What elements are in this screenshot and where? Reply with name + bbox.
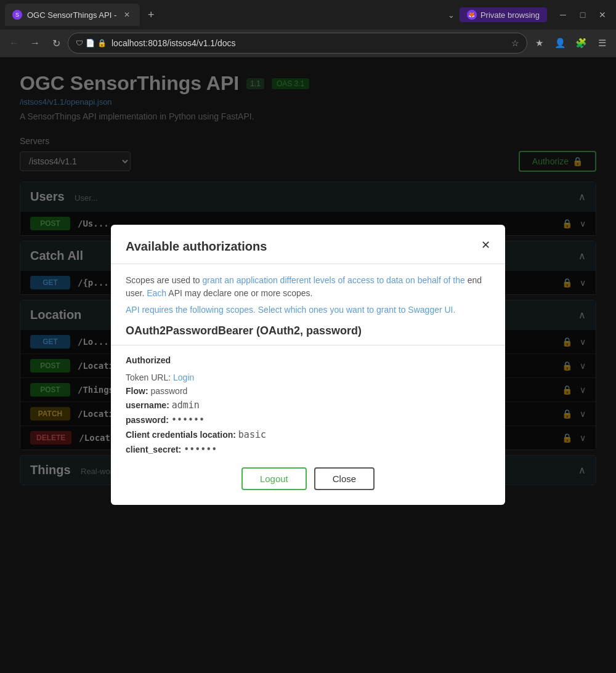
minimize-button[interactable]: ─ (554, 6, 572, 23)
address-text: localhost:8018/istsos4/v1.1/docs (111, 38, 506, 48)
authorizations-modal: Available authorizations ✕ Scopes are us… (111, 225, 505, 505)
modal-buttons: Logout Close (126, 467, 490, 490)
profile-button[interactable]: 👤 (551, 34, 569, 52)
password-row: password: •••••• (126, 414, 490, 425)
flow-row: Flow: password (126, 386, 490, 396)
flow-value: password (150, 386, 187, 396)
shield-icon: 🛡 (76, 39, 83, 47)
password-label: password: (126, 415, 169, 425)
nav-bar: ← → ↻ 🛡 📄 🔒 localhost:8018/istsos4/v1.1/… (0, 30, 616, 57)
lock-icon: 🔒 (97, 39, 107, 47)
modal-scope-info: Scopes are used to grant an application … (126, 274, 490, 300)
modal-close-button[interactable]: ✕ (481, 240, 490, 251)
flow-label: Flow: (126, 386, 150, 396)
tab-favicon: S (12, 10, 22, 20)
tab-close-button[interactable]: ✕ (121, 9, 132, 20)
close-button[interactable]: Close (314, 467, 375, 490)
reload-button[interactable]: ↻ (47, 34, 65, 52)
modal-divider (111, 264, 505, 264)
client-creds-value: basic (238, 429, 266, 440)
address-security-icons: 🛡 📄 🔒 (76, 39, 107, 47)
client-creds-row: Client credentials location: basic (126, 429, 490, 440)
client-secret-row: client_secret: •••••• (126, 444, 490, 455)
password-value: •••••• (171, 414, 205, 425)
menu-button[interactable]: ☰ (593, 34, 611, 52)
close-window-button[interactable]: ✕ (594, 6, 611, 23)
oauth-divider (111, 345, 505, 345)
modal-header: Available authorizations ✕ (126, 240, 490, 254)
grant-link[interactable]: grant an application different levels of… (203, 275, 465, 285)
authorized-label: Authorized (126, 355, 490, 365)
client-creds-label: Client credentials location: (126, 430, 236, 440)
tab-overflow-button[interactable]: ⌄ (443, 8, 460, 22)
maximize-button[interactable]: □ (574, 6, 591, 23)
token-url-row: Token URL: Login (126, 373, 490, 382)
modal-scope-note: API requires the following scopes. Selec… (126, 305, 490, 315)
modal-title: Available authorizations (126, 240, 267, 254)
new-tab-button[interactable]: + (142, 6, 160, 23)
nav-toolbar-icons: ★ 👤 🧩 ☰ (530, 34, 611, 52)
browser-chrome: S OGC SensorThings API - ✕ + ⌄ 🦊 Private… (0, 0, 616, 57)
logout-button[interactable]: Logout (241, 467, 307, 490)
tab-title: OGC SensorThings API - (27, 10, 116, 20)
back-button[interactable]: ← (5, 34, 23, 52)
modal-overlay: Available authorizations ✕ Scopes are us… (0, 57, 616, 673)
address-bar[interactable]: 🛡 📄 🔒 localhost:8018/istsos4/v1.1/docs ☆ (68, 33, 527, 54)
browser-tab[interactable]: S OGC SensorThings API - ✕ (5, 4, 140, 26)
private-browsing-label: Private browsing (480, 10, 540, 20)
pocket-button[interactable]: ★ (530, 34, 548, 52)
each-link[interactable]: Each (147, 288, 166, 298)
token-url-label: Token URL: (126, 373, 171, 382)
token-url-value[interactable]: Login (173, 373, 194, 382)
private-browsing-badge: 🦊 Private browsing (460, 7, 547, 22)
bookmark-star-icon[interactable]: ☆ (511, 38, 519, 48)
username-value: admin (172, 400, 200, 411)
client-secret-value: •••••• (184, 444, 217, 455)
private-browsing-icon: 🦊 (467, 10, 477, 20)
window-controls: ─ □ ✕ (554, 6, 611, 23)
username-label: username: (126, 400, 169, 410)
username-row: username: admin (126, 400, 490, 411)
page-icon: 📄 (86, 39, 95, 47)
extensions-button[interactable]: 🧩 (572, 34, 590, 52)
oauth-section-title: OAuth2PasswordBearer (OAuth2, password) (126, 324, 490, 337)
tab-bar: S OGC SensorThings API - ✕ + ⌄ 🦊 Private… (0, 0, 616, 30)
client-secret-label: client_secret: (126, 445, 181, 454)
forward-button[interactable]: → (26, 34, 44, 52)
